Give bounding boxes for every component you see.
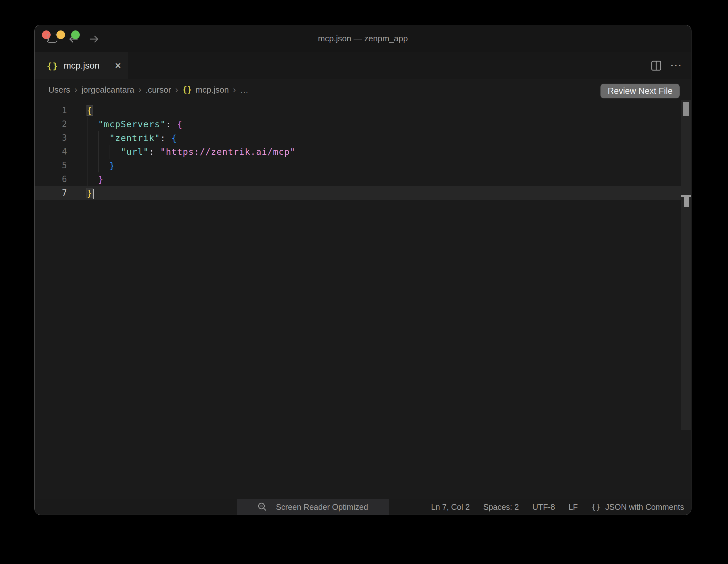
- code-line-1[interactable]: 1{: [35, 104, 691, 117]
- indent-guide: [98, 145, 99, 159]
- tab-mcp-json[interactable]: {} mcp.json ✕: [35, 52, 128, 79]
- code-text: }: [67, 159, 691, 172]
- review-next-file-button[interactable]: Review Next File: [600, 84, 680, 98]
- code-token: :: [149, 147, 160, 157]
- status-right-group: Ln 7, Col 2 Spaces: 2 UTF-8 LF {} JSON w…: [431, 499, 684, 515]
- window-overlay-rect-nub: [48, 38, 49, 41]
- chevron-right-icon: ›: [74, 85, 77, 95]
- code-line-4[interactable]: 4 "url": "https://zentrik.ai/mcp": [35, 145, 691, 159]
- code-text: }: [67, 172, 691, 186]
- line-number: 1: [35, 104, 67, 117]
- code-token: "zentrik": [109, 133, 160, 143]
- title-bar[interactable]: mcp.json — zenpm_app: [35, 25, 691, 52]
- forward-arrow-icon[interactable]: [87, 32, 101, 46]
- code-token: "url": [121, 147, 149, 157]
- code-text: {: [67, 104, 691, 117]
- code-text: "zentrik": {: [67, 131, 691, 145]
- breadcrumb-item-symbol[interactable]: …: [240, 85, 248, 95]
- line-number: 4: [35, 145, 67, 159]
- line-number: 7: [35, 186, 67, 200]
- code-token: }: [98, 174, 104, 184]
- braces-icon: {}: [591, 503, 601, 511]
- more-actions-icon[interactable]: ···: [671, 60, 682, 71]
- code-token: {: [87, 105, 93, 115]
- indent-guide: [98, 131, 99, 145]
- code-token: https://zentrik.ai/mcp: [166, 147, 290, 157]
- code-line-7[interactable]: 7}: [35, 186, 691, 200]
- tab-actions: ···: [651, 52, 682, 79]
- status-indentation[interactable]: Spaces: 2: [483, 502, 519, 512]
- code-line-6[interactable]: 6 }: [35, 172, 691, 186]
- indent-guide: [87, 159, 87, 172]
- status-language-label: JSON with Comments: [605, 502, 684, 512]
- scrollbar-track[interactable]: [681, 100, 691, 430]
- code-token: }: [87, 188, 93, 198]
- code-line-2[interactable]: 2 "mcpServers": {: [35, 117, 691, 131]
- status-eol[interactable]: LF: [568, 502, 578, 512]
- split-editor-icon[interactable]: [651, 60, 662, 71]
- breadcrumb-item-users[interactable]: Users: [48, 85, 70, 95]
- traffic-light-zoom[interactable]: [71, 30, 80, 39]
- code-lines: 1{2 "mcpServers": {3 "zentrik": {4 "url"…: [35, 104, 691, 200]
- line-number: 6: [35, 172, 67, 186]
- code-token: [87, 174, 98, 184]
- ruler-cursor-marker: [684, 197, 689, 207]
- indent-guide: [98, 159, 99, 172]
- code-editor[interactable]: 1{2 "mcpServers": {3 "zentrik": {4 "url"…: [35, 100, 691, 500]
- tab-label: mcp.json: [64, 61, 100, 71]
- indent-guide: [87, 131, 87, 145]
- code-token: {: [171, 133, 177, 143]
- breadcrumb-item-user-folder[interactable]: jorgealcantara: [81, 85, 134, 95]
- chevron-right-icon: ›: [233, 85, 236, 95]
- code-line-3[interactable]: 3 "zentrik": {: [35, 131, 691, 145]
- magnifier-minus-icon: [257, 502, 268, 512]
- code-text: }: [67, 186, 691, 200]
- status-language[interactable]: {} JSON with Comments: [591, 502, 684, 512]
- scrollbar-thumb[interactable]: [683, 102, 689, 116]
- code-token: :: [166, 119, 177, 129]
- code-token: [87, 119, 98, 129]
- desktop: mcp.json — zenpm_app {} mcp.json ✕ ··· U…: [0, 0, 728, 564]
- editor-window: mcp.json — zenpm_app {} mcp.json ✕ ··· U…: [34, 25, 691, 515]
- code-token: }: [109, 161, 115, 170]
- status-bar: Screen Reader Optimized Ln 7, Col 2 Spac…: [35, 499, 691, 515]
- line-number: 3: [35, 131, 67, 145]
- json-file-icon: {}: [47, 61, 59, 71]
- code-token: {: [177, 119, 183, 129]
- code-text: "mcpServers": {: [67, 117, 691, 131]
- code-token: ": [290, 147, 296, 157]
- code-token: "mcpServers": [98, 119, 166, 129]
- indent-guide: [110, 145, 110, 159]
- screen-reader-label: Screen Reader Optimized: [276, 502, 368, 512]
- code-line-5[interactable]: 5 }: [35, 159, 691, 172]
- code-token: ": [160, 147, 166, 157]
- indent-guide: [87, 145, 87, 159]
- indent-guide: [87, 117, 87, 131]
- status-encoding[interactable]: UTF-8: [532, 502, 555, 512]
- tab-close-icon[interactable]: ✕: [114, 61, 121, 71]
- code-token: :: [160, 133, 171, 143]
- window-title: mcp.json — zenpm_app: [35, 25, 691, 52]
- indent-guide: [87, 172, 87, 186]
- code-token: [87, 147, 121, 157]
- line-number: 2: [35, 117, 67, 131]
- chevron-right-icon: ›: [138, 85, 141, 95]
- window-overlay-rect-icon: [47, 34, 57, 43]
- breadcrumb: Users › jorgealcantara › .cursor › {} mc…: [35, 79, 691, 100]
- json-file-icon: {}: [182, 85, 192, 94]
- line-number: 5: [35, 159, 67, 172]
- code-text: "url": "https://zentrik.ai/mcp": [67, 145, 691, 159]
- status-line-col[interactable]: Ln 7, Col 2: [431, 502, 470, 512]
- chevron-right-icon: ›: [175, 85, 178, 95]
- breadcrumb-item-file[interactable]: mcp.json: [195, 85, 229, 95]
- screen-reader-status-item[interactable]: Screen Reader Optimized: [237, 499, 389, 515]
- tab-bar: {} mcp.json ✕ ···: [35, 52, 691, 79]
- breadcrumb-item-cursor-folder[interactable]: .cursor: [145, 85, 171, 95]
- text-cursor: [93, 189, 94, 199]
